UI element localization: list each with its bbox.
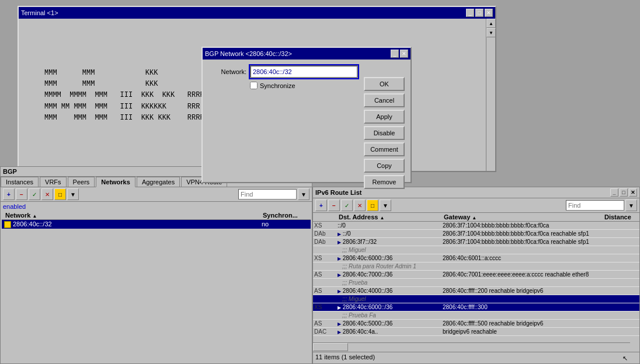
- minimize-button[interactable]: _: [466, 9, 474, 17]
- row-distance: [603, 255, 638, 261]
- row-distance: [603, 239, 638, 245]
- comment-text: ;;; Ruta para Router Admin 1: [342, 263, 638, 270]
- table-row[interactable]: XS ▶ 2806:40c:6000::/36 2806:40c:6001::a…: [313, 254, 639, 262]
- ipv6-remove-button[interactable]: −: [328, 200, 340, 211]
- row-type: XS: [314, 255, 338, 261]
- ipv6-copy-button[interactable]: □: [367, 200, 378, 211]
- apply-button[interactable]: Apply: [364, 110, 405, 124]
- row-type: XS: [314, 304, 338, 310]
- terminal-scrollbar[interactable]: ▲ ▼: [486, 19, 495, 171]
- bgp-dialog-close[interactable]: ✕: [400, 50, 408, 58]
- row-gateway: 2806:40c:ffff::300: [443, 304, 603, 310]
- bgp-dialog-title: BGP Network <2806:40c::/32>: [205, 50, 292, 57]
- ipv6-enable-button[interactable]: ✓: [341, 200, 353, 211]
- tab-vrfs[interactable]: VRFs: [40, 177, 67, 187]
- row-network: 2806:40c::/32: [4, 220, 262, 228]
- row-distance: [603, 328, 638, 335]
- ipv6-close[interactable]: ✕: [629, 188, 637, 197]
- ok-button[interactable]: OK: [364, 77, 405, 91]
- row-type: DAb: [314, 239, 338, 245]
- row-gateway: 2806:3f7:1004:bbbb:bbbb:bbbb:f0ca:f0ca r…: [443, 239, 603, 245]
- tab-networks[interactable]: Networks: [96, 177, 135, 187]
- ipv6-minimize[interactable]: _: [610, 188, 618, 197]
- comment-text: ;;; Prueba Fa: [342, 312, 638, 318]
- row-type: DAb: [314, 230, 338, 237]
- scroll-down-button[interactable]: ▼: [486, 28, 496, 37]
- row-dst: ▶ 2806:40c:5000::/36: [338, 320, 443, 327]
- table-row[interactable]: DAb ▶ ::/0 2806:3f7:1004:bbbb:bbbb:bbbb:…: [313, 230, 639, 238]
- scroll-thumb[interactable]: [313, 343, 348, 351]
- table-row[interactable]: DAb ▶ 2806:3f7::/32 2806:3f7:1004:bbbb:b…: [313, 238, 639, 246]
- bgp-dialog-buttons: OK Cancel Apply Disable Comment Copy Rem…: [364, 77, 405, 189]
- sync-col-header[interactable]: Synchron...: [262, 212, 308, 219]
- disable-button[interactable]: Disable: [364, 126, 405, 140]
- table-row[interactable]: AS ▶ 2806:40c:5000::/36 2806:40c:ffff::5…: [313, 320, 639, 328]
- bgp-dialog-minimize[interactable]: _: [391, 50, 399, 58]
- remove-button[interactable]: Remove: [364, 175, 405, 189]
- row-type: AS: [314, 271, 338, 278]
- synchronize-checkbox[interactable]: [250, 82, 258, 89]
- ipv6-title: IPv6 Route List: [315, 189, 361, 196]
- row-gateway: 2806:3f7:1004:bbbb:bbbb:bbbb:f0ca:f0ca: [443, 222, 603, 229]
- ipv6-filter-button[interactable]: ▼: [380, 200, 391, 211]
- maximize-button[interactable]: □: [475, 9, 484, 17]
- scroll-up-button[interactable]: ▲: [486, 19, 496, 28]
- gateway-col[interactable]: Gateway ▲: [443, 214, 603, 220]
- cursor-indicator: ↖: [622, 355, 628, 362]
- table-row-comment: ;;; Miguel: [313, 246, 639, 254]
- copy-button[interactable]: Copy: [364, 159, 405, 173]
- comment-text: ;;; Prueba: [342, 279, 638, 286]
- bgp-dialog-titlebar: BGP Network <2806:40c::/32> _ ✕: [203, 48, 411, 60]
- ipv6-maximize[interactable]: □: [620, 188, 628, 197]
- network-input[interactable]: [250, 65, 358, 78]
- enable-button[interactable]: ✓: [29, 188, 40, 200]
- table-row[interactable]: AS ▶ 2806:40c:7000::/36 2806:40c:7001:ee…: [313, 271, 639, 279]
- find-dropdown[interactable]: ▼: [298, 188, 309, 200]
- terminal-titlebar: Terminal <1> _ □ ✕: [19, 7, 495, 19]
- network-label: Network:: [208, 68, 246, 75]
- table-row[interactable]: XS ▶ 2806:40c:6000::/36 2806:40c:ffff::3…: [313, 303, 639, 312]
- dst-col[interactable]: Dst. Address ▲: [338, 214, 443, 220]
- row-gateway: 2806:40c:7001:eeee:eeee:eeee:a:cccc reac…: [443, 271, 603, 278]
- comment-button[interactable]: Comment: [364, 142, 405, 156]
- copy-button[interactable]: □: [54, 188, 66, 200]
- table-row-comment: ;;; Prueba: [313, 279, 639, 287]
- disable-button[interactable]: ✕: [41, 188, 53, 200]
- row-type: DAC: [314, 328, 338, 335]
- tab-aggregates[interactable]: Aggregates: [137, 177, 180, 187]
- row-dst: ▶ ::/0: [338, 230, 443, 237]
- tab-instances[interactable]: Instances: [1, 177, 39, 187]
- ipv6-window-controls: _ □ ✕: [610, 188, 637, 197]
- ipv6-find-dropdown[interactable]: ▼: [625, 200, 637, 211]
- network-col-header[interactable]: Network ▲: [4, 212, 262, 219]
- bgp-find-input[interactable]: [238, 189, 297, 200]
- ipv6-disable-button[interactable]: ✕: [354, 200, 366, 211]
- ipv6-add-button[interactable]: +: [315, 200, 327, 211]
- row-distance: [603, 230, 638, 237]
- close-button[interactable]: ✕: [485, 9, 493, 17]
- table-row[interactable]: AS ▶ 2806:40c:4000::/36 2806:40c:ffff::2…: [313, 287, 639, 295]
- table-row[interactable]: DAC ▶ 2806:40c:4a.. bridgeipv6 reachable: [313, 328, 639, 336]
- bgp-dialog-content: Network: Synchronize OK Cancel Apply Dis…: [203, 60, 411, 182]
- row-dst: ::/0: [338, 222, 443, 229]
- network-row: Network:: [208, 65, 358, 78]
- distance-col[interactable]: Distance: [603, 214, 638, 220]
- ipv6-toolbar: + − ✓ ✕ □ ▼ ▼: [313, 198, 639, 213]
- row-type: XS: [314, 222, 338, 229]
- table-row-comment: ;;; Miguel: [313, 295, 639, 303]
- filter-button[interactable]: ▼: [67, 188, 79, 200]
- row-distance: [603, 288, 638, 294]
- cancel-button[interactable]: Cancel: [364, 93, 405, 107]
- bgp-network-dialog: BGP Network <2806:40c::/32> _ ✕ Network:…: [201, 47, 412, 183]
- row-gateway: 2806:40c:ffff::200 reachable bridgeipv6: [443, 288, 603, 294]
- terminal-window-controls: _ □ ✕: [466, 9, 493, 17]
- remove-button[interactable]: −: [16, 188, 27, 200]
- table-row[interactable]: 2806:40c::/32 no: [2, 220, 311, 229]
- add-button[interactable]: +: [3, 188, 15, 200]
- tab-peers[interactable]: Peers: [68, 177, 95, 187]
- row-gateway: 2806:40c:ffff::500 reachable bridgeipv6: [443, 320, 603, 327]
- horizontal-scrollbar[interactable]: [313, 342, 630, 352]
- type-col[interactable]: [314, 214, 338, 220]
- table-row[interactable]: XS ::/0 2806:3f7:1004:bbbb:bbbb:bbbb:f0c…: [313, 222, 639, 230]
- ipv6-find-input[interactable]: [566, 200, 624, 211]
